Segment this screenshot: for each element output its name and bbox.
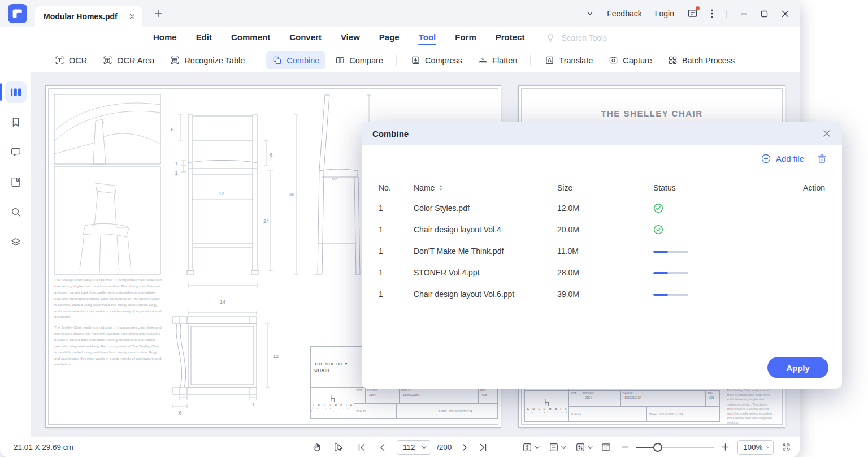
zoom-in-button[interactable]	[721, 443, 730, 451]
notifications-button[interactable]	[687, 8, 698, 19]
search-tools[interactable]: Search Tools	[545, 33, 607, 43]
tool-combine[interactable]: Combine	[266, 51, 326, 69]
file-row[interactable]: 1Color Styles.pdf12.0M	[379, 197, 825, 219]
zoom-mode-select[interactable]	[575, 442, 593, 452]
svg-text:1: 1	[251, 402, 254, 407]
tool-flatten[interactable]: Flatten	[472, 51, 523, 69]
last-page-button[interactable]	[479, 443, 488, 452]
select-tool-icon[interactable]	[333, 442, 344, 452]
tab-list-chevron-icon[interactable]	[586, 10, 594, 18]
tool-capture[interactable]: Capture	[602, 51, 658, 69]
file-row[interactable]: 1Chair design layout Vol.420.0M	[379, 219, 825, 240]
feedback-link[interactable]: Feedback	[607, 9, 641, 18]
tool-translate[interactable]: Translate	[539, 51, 599, 69]
zoom-slider[interactable]	[636, 443, 714, 452]
tool-compare[interactable]: Compare	[329, 51, 389, 69]
menu-home[interactable]: Home	[153, 31, 177, 45]
tool-batch[interactable]: Batch Process	[662, 51, 741, 69]
sidebar-attachment[interactable]	[0, 167, 32, 197]
file-name: Chair design layout Vol.4	[414, 225, 557, 234]
page-number-input[interactable]: 112	[397, 440, 431, 455]
combine-icon	[272, 55, 282, 65]
svg-text:12: 12	[273, 353, 279, 359]
compress-icon	[411, 55, 420, 65]
zoom-level-select[interactable]: 100%	[737, 440, 774, 455]
app-logo[interactable]	[8, 4, 27, 23]
right-page-caption: The Shelley Chair really is a rad chair.…	[727, 388, 774, 425]
file-row[interactable]: 1Don'T Make Me Think.pdf11.0M	[379, 240, 825, 262]
new-tab-button[interactable]	[154, 9, 163, 18]
dialog-close-icon[interactable]	[822, 129, 831, 138]
svg-text:36: 36	[289, 192, 294, 197]
tool-compress[interactable]: Compress	[405, 51, 468, 69]
search-icon	[10, 206, 22, 218]
menu-page[interactable]: Page	[379, 31, 400, 45]
file-size: 20.0M	[557, 225, 653, 234]
page-layout-select[interactable]	[549, 442, 566, 452]
apply-button[interactable]: Apply	[767, 357, 828, 378]
layers-icon	[10, 236, 22, 248]
more-menu-button[interactable]	[711, 9, 713, 18]
sidebar-bookmark[interactable]	[0, 107, 32, 137]
notification-dot	[696, 6, 700, 10]
zoom-out-button[interactable]	[621, 443, 630, 451]
ocr-area-icon	[103, 55, 112, 65]
capture-icon	[609, 55, 618, 65]
batch-icon	[668, 55, 678, 65]
titlebar-divider	[726, 10, 727, 18]
col-name[interactable]: Name	[414, 183, 557, 192]
file-name: Don'T Make Me Think.pdf	[414, 247, 557, 256]
fullscreen-button[interactable]	[782, 442, 791, 452]
tool-recognize-table[interactable]: Recognize Table	[164, 51, 251, 69]
menu-edit[interactable]: Edit	[196, 31, 212, 45]
svg-text:6: 6	[179, 410, 181, 416]
reading-mode-icon[interactable]	[601, 442, 611, 452]
file-size: 39.0M	[557, 290, 653, 299]
menu-form[interactable]: Form	[454, 31, 477, 45]
recognize-table-icon	[170, 55, 180, 65]
sidebar-comment[interactable]	[0, 137, 32, 167]
svg-text:6: 6	[171, 127, 173, 132]
sidebar-search[interactable]	[0, 197, 32, 227]
first-page-button[interactable]	[357, 443, 366, 452]
translate-icon	[545, 55, 554, 65]
window-close-button[interactable]	[781, 10, 789, 18]
menu-comment[interactable]: Comment	[231, 31, 271, 45]
chair-description-2: The Shelley Chair really is a rad chair.…	[54, 325, 163, 368]
svg-text:6: 6	[270, 152, 272, 158]
file-size: 11.0M	[557, 247, 653, 256]
sidebar-thumbnails[interactable]	[0, 77, 32, 107]
menu-tool[interactable]: Tool	[418, 31, 437, 45]
add-file-button[interactable]: Add file	[761, 154, 804, 163]
menu-protect[interactable]: Protect	[495, 31, 526, 45]
svg-text:24: 24	[263, 218, 269, 224]
next-page-button[interactable]	[460, 443, 469, 452]
zoom-slider-knob[interactable]	[653, 443, 662, 452]
prev-page-button[interactable]	[378, 443, 387, 452]
file-name: STONER Vol.4.ppt	[414, 268, 557, 277]
col-status: Status	[653, 183, 793, 192]
delete-files-button[interactable]	[817, 153, 827, 164]
sidebar-layers[interactable]	[0, 227, 32, 257]
file-no: 1	[379, 225, 414, 234]
right-page-title: THE SHELLEY CHAIR	[519, 109, 785, 118]
tool-ocr-area[interactable]: OCR Area	[97, 51, 160, 69]
minimize-button[interactable]	[740, 10, 748, 18]
file-size: 12.0M	[557, 204, 653, 213]
tool-ocr[interactable]: OCR	[49, 51, 93, 69]
menu-convert[interactable]: Convert	[289, 31, 322, 45]
hand-tool-icon[interactable]	[311, 442, 322, 452]
fit-height-select[interactable]	[522, 442, 540, 452]
file-row[interactable]: 1Chair design layout Vol.6.ppt39.0M	[379, 283, 825, 305]
menu-view[interactable]: View	[340, 31, 361, 45]
files-table-header: No. Name Size Status Action	[379, 179, 825, 196]
left-sidebar	[0, 72, 32, 437]
document-tab[interactable]: Modular Homes.pdf	[35, 6, 142, 27]
success-check-icon	[653, 203, 663, 213]
file-row[interactable]: 1STONER Vol.4.ppt28.0M	[379, 262, 825, 283]
maximize-button[interactable]	[761, 10, 768, 18]
flatten-icon	[478, 55, 488, 65]
login-link[interactable]: Login	[655, 9, 674, 18]
tab-close-icon[interactable]	[129, 13, 136, 20]
menubar: HomeEditCommentConvertViewPageToolFormPr…	[0, 27, 800, 49]
